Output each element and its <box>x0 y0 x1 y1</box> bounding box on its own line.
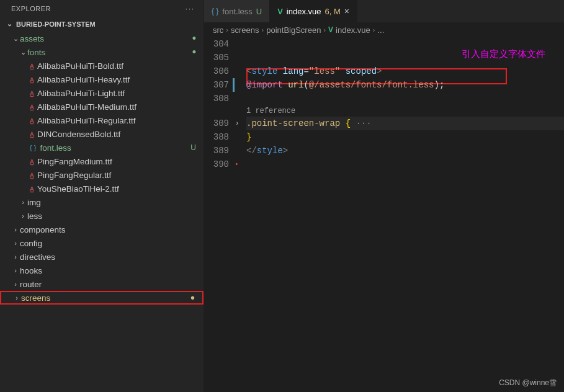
project-name: BURIED-POINT-SYSTEM <box>16 20 96 28</box>
file-item[interactable]: A̲AlibabaPuHuiTi-Light.ttf <box>0 86 204 100</box>
folder-label: directives <box>20 252 196 262</box>
editor-area: { } font.less U V index.vue 6, M × src› … <box>204 0 564 392</box>
folder-router[interactable]: ›router <box>0 277 204 291</box>
line-gutter: 304 305 306 307 308 309 388 389 390 <box>204 37 235 392</box>
file-item[interactable]: A̲PingFangRegular.ttf <box>0 168 204 182</box>
crumb[interactable]: screens <box>231 25 259 35</box>
folder-label: img <box>27 198 196 207</box>
file-item[interactable]: A̲PingFangMedium.ttf <box>0 154 204 168</box>
file-label: AlibabaPuHuiTi-Light.ttf <box>37 89 196 98</box>
chevron-right-icon: › <box>12 294 21 301</box>
folder-label: hooks <box>20 266 196 275</box>
folder-components[interactable]: ›components <box>0 223 204 236</box>
folder-label: less <box>27 212 196 221</box>
tab-label: font.less <box>222 7 252 16</box>
file-label: AlibabaPuHuiTi-Medium.ttf <box>37 102 196 112</box>
folder-fonts[interactable]: ⌄ fonts • <box>0 45 204 59</box>
crumb[interactable]: pointBigScreen <box>266 25 321 35</box>
change-marker <box>233 78 235 92</box>
folder-label: fonts <box>27 48 192 57</box>
file-item[interactable]: A̲AlibabaPuHuiTi-Regular.ttf <box>0 114 204 127</box>
codelens[interactable]: 1 reference <box>246 105 564 117</box>
file-label: AlibabaPuHuiTi-Bold.ttf <box>37 61 196 71</box>
code-content[interactable]: <style lang="less" scoped> @import url(@… <box>246 37 564 392</box>
font-icon: A̲ <box>30 172 34 179</box>
error-marker: ▸ <box>235 158 246 171</box>
chevron-down-icon: ⌄ <box>5 20 14 28</box>
file-item[interactable]: A̲DINCondensedBold.ttf <box>0 127 204 141</box>
crumb[interactable]: index.vue <box>336 25 370 35</box>
file-label: AlibabaPuHuiTi-Heavy.ttf <box>37 75 196 84</box>
crumb[interactable]: ... <box>377 25 384 35</box>
file-label: AlibabaPuHuiTi-Regular.ttf <box>37 116 196 125</box>
project-header[interactable]: ⌄ BURIED-POINT-SYSTEM <box>0 17 204 30</box>
folder-label: screens <box>21 293 190 303</box>
line-number: 309 <box>204 117 229 130</box>
line-number: 307 <box>204 78 229 92</box>
chevron-right-icon: › <box>19 212 27 220</box>
vue-icon: V <box>277 7 283 16</box>
sidebar: EXPLORER ··· ⌄ BURIED-POINT-SYSTEM ⌄ ass… <box>0 0 204 392</box>
breadcrumb[interactable]: src› screens› pointBigScreen› V index.vu… <box>204 22 564 37</box>
file-label: PingFangRegular.ttf <box>37 171 196 180</box>
folder-screens[interactable]: ›screens• <box>0 291 204 305</box>
chevron-right-icon: › <box>11 280 20 288</box>
font-icon: A̲ <box>30 117 34 124</box>
font-icon: A̲ <box>30 104 34 110</box>
file-label: YouSheBiaoTiHei-2.ttf <box>37 184 196 194</box>
tabs-bar: { } font.less U V index.vue 6, M × <box>204 0 564 22</box>
file-item[interactable]: A̲YouSheBiaoTiHei-2.ttf <box>0 182 204 195</box>
chevron-right-icon: › <box>11 253 20 261</box>
chevron-down-icon: ⌄ <box>19 48 27 56</box>
file-label: DINCondensedBold.ttf <box>37 130 196 139</box>
code-editor[interactable]: 引入自定义字体文件 304 305 306 307 308 309 388 38… <box>204 37 564 392</box>
git-status: U <box>256 7 262 16</box>
git-status-dot: • <box>192 49 196 55</box>
folder-directives[interactable]: ›directives <box>0 250 204 264</box>
git-status-dot: • <box>192 35 196 42</box>
font-icon: A̲ <box>30 158 34 165</box>
chevron-down-icon: ⌄ <box>11 35 20 43</box>
explorer-title: EXPLORER <box>11 5 51 12</box>
watermark: CSDN @winne雪 <box>499 378 557 388</box>
tab-indexvue[interactable]: V index.vue 6, M × <box>270 0 357 22</box>
folder-hooks[interactable]: ›hooks <box>0 264 204 277</box>
fold-icon[interactable]: › <box>235 117 246 130</box>
line-number: 388 <box>204 130 229 144</box>
folder-img[interactable]: ›img <box>0 195 204 209</box>
folder-less[interactable]: ›less <box>0 209 204 223</box>
font-icon: A̲ <box>30 63 34 69</box>
folder-label: config <box>20 239 196 248</box>
folder-label: components <box>20 225 196 234</box>
file-fontless[interactable]: { }font.lessU <box>0 141 204 154</box>
file-item[interactable]: A̲AlibabaPuHuiTi-Bold.ttf <box>0 59 204 73</box>
less-icon: { } <box>30 144 36 151</box>
folder-assets[interactable]: ⌄ assets • <box>0 32 204 45</box>
file-item[interactable]: A̲AlibabaPuHuiTi-Heavy.ttf <box>0 73 204 86</box>
less-icon: { } <box>212 7 218 16</box>
folder-label: assets <box>20 34 192 43</box>
file-label: font.less <box>40 143 190 153</box>
chevron-right-icon: › <box>226 26 228 33</box>
font-icon: A̲ <box>30 131 34 138</box>
line-number: 308 <box>204 92 229 105</box>
chevron-right-icon: › <box>262 26 264 33</box>
line-number: 305 <box>204 51 229 65</box>
font-icon: A̲ <box>30 76 34 83</box>
font-icon: A̲ <box>30 185 34 192</box>
git-status-dot: • <box>190 295 195 301</box>
close-icon[interactable]: × <box>344 6 349 16</box>
explorer-header: EXPLORER ··· <box>0 0 204 17</box>
file-item[interactable]: A̲AlibabaPuHuiTi-Medium.ttf <box>0 100 204 114</box>
tab-fontless[interactable]: { } font.less U <box>204 0 270 22</box>
line-number: 306 <box>204 65 229 78</box>
chevron-right-icon: › <box>11 267 20 274</box>
crumb[interactable]: src <box>213 25 223 35</box>
folder-config[interactable]: ›config <box>0 236 204 250</box>
more-icon[interactable]: ··· <box>186 5 195 12</box>
file-tree: ⌄ assets • ⌄ fonts • A̲AlibabaPuHuiTi-Bo… <box>0 30 204 392</box>
git-status: U <box>190 143 196 152</box>
chevron-right-icon: › <box>11 239 20 247</box>
chevron-right-icon: › <box>19 198 27 206</box>
git-status: 6, M <box>325 7 341 16</box>
